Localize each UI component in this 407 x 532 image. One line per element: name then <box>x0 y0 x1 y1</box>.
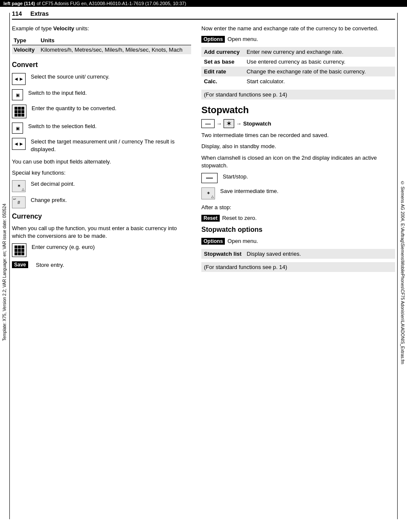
sw-menu-table: Stopwatch list Display saved entries. <box>201 249 395 259</box>
menu-val-2: Use entered currency as basic currency. <box>244 57 395 67</box>
menu-row-3: Edit rate Change the exchange rate of th… <box>201 67 395 76</box>
both-fields-text: You can use both input fields alternatel… <box>12 158 191 166</box>
hash-key-text: Change prefix. <box>31 196 191 204</box>
menu-val-1: Enter new currency and exchange rate. <box>244 47 395 57</box>
table-cell-units: Kilometres/h, Metres/sec, Miles/h, Miles… <box>39 45 191 55</box>
sidebar-right: © Siemens AG 2004, E:\Auftrag\Siemens\Mo… <box>398 13 407 532</box>
sw-options-row: Options Open menu. <box>201 238 395 245</box>
convert-row-2: ▣ Switch to the input field. <box>12 89 191 100</box>
currency-text: When you call up the function, you must … <box>12 225 191 240</box>
convert-text-5: Select the target measurement unit / cur… <box>31 138 191 153</box>
sidebar-left: Template: X75, Version 2.2; VAR Language… <box>0 13 9 532</box>
square-icon-2: ▣ <box>12 123 23 134</box>
convert-text-3: Enter the quantity to be converted. <box>32 105 191 112</box>
arrow-box-icon-2: ◄► <box>12 138 26 150</box>
for-standard-2: (For standard functions see p. 14) <box>201 262 395 272</box>
menu-row-4: Calc. Start calculator. <box>201 76 395 86</box>
minus-key: — <box>201 119 215 128</box>
reset-row: Reset Reset to zero. <box>201 215 395 222</box>
star-key-icon: ✶ △ <box>12 180 26 192</box>
hash-key-icon: # ↩ <box>12 196 26 208</box>
border-left <box>9 13 10 519</box>
convert-text-4: Switch to the selection field. <box>28 123 191 130</box>
left-column: Example of type Velocity units: Type Uni… <box>12 25 191 275</box>
menu-table: Add currency Enter new currency and exch… <box>201 47 395 86</box>
save-row: Save Store entry. <box>12 261 191 269</box>
sw-text-2: Display, also in standby mode. <box>201 143 395 150</box>
sw-minus-key: — <box>201 173 218 183</box>
menu-key-1: Add currency <box>201 47 244 57</box>
sw-minus-text: Start/stop. <box>223 173 395 181</box>
sw-options-open-text: Open menu. <box>227 238 258 244</box>
sw-label: Stopwatch <box>243 120 271 127</box>
sw-star-text: Save intermediate time. <box>220 187 395 195</box>
two-col-layout: Example of type Velocity units: Type Uni… <box>12 25 395 275</box>
arrow-box-icon-1: ◄► <box>12 73 26 85</box>
save-badge: Save <box>12 261 28 268</box>
table-col1-header: Type <box>12 36 39 45</box>
save-text: Store entry. <box>36 261 191 269</box>
menu-val-4: Start calculator. <box>244 76 395 86</box>
sw-minus-row: — Start/stop. <box>201 173 395 183</box>
sw-menu-row-1: Stopwatch list Display saved entries. <box>201 249 395 259</box>
menu-row-2: Set as base Use entered currency as basi… <box>201 57 395 67</box>
hash-key-row: # ↩ Change prefix. <box>12 196 191 208</box>
convert-text-1: Select the source unit/ currency. <box>31 73 191 81</box>
currency-heading: Currency <box>12 213 191 220</box>
units-table: Type Units Velocity Kilometres/h, Metres… <box>12 36 191 54</box>
currency-icon-row: Enter currency (e.g. euro) <box>12 243 191 257</box>
menu-key-4: Calc. <box>201 76 244 86</box>
sw-options-badge: Options <box>201 238 225 245</box>
sidebar-left-text: Template: X75, Version 2.2; VAR Language… <box>2 204 7 341</box>
sw-menu-val-1: Display saved entries. <box>244 249 395 259</box>
example-text: Example of type <box>12 25 53 32</box>
sw-text-1: Two intermediate times can be recorded a… <box>201 132 395 139</box>
convert-row-4: ▣ Switch to the selection field. <box>12 123 191 134</box>
currency-grid-icon <box>12 243 26 257</box>
page-header: 114 Extras <box>12 10 395 20</box>
convert-row-5: ◄► Select the target measurement unit / … <box>12 138 191 153</box>
menu-row-1: Add currency Enter new currency and exch… <box>201 47 395 57</box>
menu-key-2: Set as base <box>201 57 244 67</box>
table-cell-type: Velocity <box>12 45 39 55</box>
options-row: Options Open menu. <box>201 36 395 43</box>
sw-text-3: When clamshell is closed an icon on the … <box>201 154 395 170</box>
convert-row-3: Enter the quantity to be converted. <box>12 105 191 118</box>
reset-badge: Reset <box>201 215 220 222</box>
arrow2: → <box>236 120 241 127</box>
square-icon-1: ▣ <box>12 89 23 100</box>
example-para: Example of type Velocity units: <box>12 25 191 32</box>
star-key-text: Set decimal point. <box>31 180 191 188</box>
currency-icon-text: Enter currency (e.g. euro) <box>32 243 191 251</box>
sw-star-key-icon: ✶ △ <box>201 187 215 199</box>
page-number: 114 <box>12 10 22 17</box>
table-row: Velocity Kilometres/h, Metres/sec, Miles… <box>12 45 191 55</box>
options-open-text: Open menu. <box>227 36 258 42</box>
sw-star-row: ✶ △ Save intermediate time. <box>201 187 395 199</box>
page-title: Extras <box>30 10 49 17</box>
convert-row-1: ◄► Select the source unit/ currency. <box>12 73 191 85</box>
sidebar-right-text: © Siemens AG 2004, E:\Auftrag\Siemens\Mo… <box>400 181 405 364</box>
star-nav-key: ✶ <box>224 119 234 128</box>
units-suffix: units: <box>74 25 89 32</box>
special-key-text: Special key functions: <box>12 169 191 177</box>
velocity-bold: Velocity <box>53 25 74 32</box>
sw-options-heading: Stopwatch options <box>201 226 395 234</box>
for-standard-1: (For standard functions see p. 14) <box>201 90 395 99</box>
star-key-row: ✶ △ Set decimal point. <box>12 180 191 192</box>
grid-icon-1 <box>12 105 26 118</box>
right-column: Now enter the name and exchange rate of … <box>201 25 395 275</box>
intro-text: Now enter the name and exchange rate of … <box>201 25 395 32</box>
header-bar: left page (114) of CF75 Adonis FUG en, A… <box>0 0 407 7</box>
main-content: 114 Extras Example of type Velocity unit… <box>12 7 395 275</box>
menu-val-3: Change the exchange rate of the basic cu… <box>244 67 395 76</box>
menu-key-3: Edit rate <box>201 67 244 76</box>
arrow1: → <box>216 120 222 127</box>
options-badge: Options <box>201 36 225 43</box>
stopwatch-path: — → ✶ → Stopwatch <box>201 119 395 128</box>
header-rest: of CF75 Adonis FUG en, A31008-H6010-A1-1… <box>37 1 186 6</box>
convert-heading: Convert <box>12 61 191 69</box>
sw-menu-key-1: Stopwatch list <box>201 249 244 259</box>
convert-text-2: Switch to the input field. <box>28 89 191 97</box>
after-stop-text: After a stop: <box>201 204 395 211</box>
